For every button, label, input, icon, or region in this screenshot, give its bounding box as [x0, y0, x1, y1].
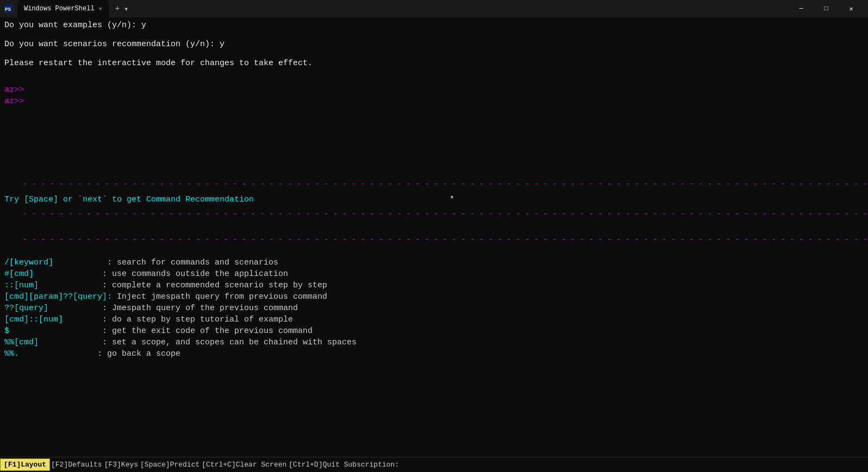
space-predict[interactable]: [Space]Predict — [140, 461, 199, 469]
status-bar: [F1]Layout [F2]Defaults [F3]Keys [Space]… — [0, 457, 868, 472]
new-tab-button[interactable]: + — [113, 4, 122, 13]
recommend-line: Try [Space] or `next` to get Command Rec… — [4, 194, 864, 205]
spacer-4 — [4, 77, 864, 84]
spacer-12 — [4, 160, 864, 168]
terminal-content[interactable]: Do you want examples (y/n): y Do you wan… — [0, 17, 868, 457]
help-line-5: ??[query] : Jmespath query of the previo… — [4, 303, 864, 314]
svg-text:PS: PS — [5, 7, 11, 12]
spacer-1 — [4, 31, 864, 39]
help-line-2: #[cmd] : use commands outside the applic… — [4, 268, 864, 280]
spacer-14 — [4, 223, 864, 231]
tab-title: Windows PowerShell — [24, 5, 95, 12]
tab-powershell[interactable]: Windows PowerShell ✕ — [17, 0, 109, 17]
spacer-3 — [4, 69, 864, 77]
help-line-9: %%. : go back a scope — [4, 348, 864, 360]
spacer-2 — [4, 50, 864, 58]
spacer-11 — [4, 153, 864, 160]
tab-dropdown-button[interactable]: ▾ — [122, 4, 130, 14]
dashes-top: - - - - - - - - - - - - - - - - - - - - … — [4, 175, 864, 194]
help-line-3: ::[num] : complete a recommended scenari… — [4, 280, 864, 291]
spacer-6 — [4, 115, 864, 122]
spacer-5 — [4, 107, 864, 115]
tab-close-button[interactable]: ✕ — [99, 5, 102, 12]
recommend-text: Try [Space] or `next` to get Command Rec… — [4, 194, 254, 205]
output-line-1: Do you want examples (y/n): y — [4, 20, 864, 31]
recommend-star: * — [449, 194, 454, 205]
close-button[interactable]: ✕ — [839, 0, 864, 17]
ctrlc-clear[interactable]: [Ctrl+C]Clear Screen — [202, 461, 286, 469]
f1-layout-button[interactable]: [F1]Layout — [0, 458, 50, 471]
app-icon: PS — [4, 4, 13, 13]
f3-keys[interactable]: [F3]Keys — [104, 461, 138, 469]
maximize-button[interactable]: □ — [814, 0, 839, 17]
spacer-9 — [4, 137, 864, 145]
help-line-4: [cmd][param]??[query]: Inject jmespath q… — [4, 291, 864, 303]
spacer-10 — [4, 145, 864, 153]
title-bar-left: PS Windows PowerShell ✕ + ▾ — [4, 0, 789, 17]
output-line-3: Please restart the interactive mode for … — [4, 58, 864, 69]
help-line-6: [cmd]::[num] : do a step by step tutoria… — [4, 314, 864, 325]
title-bar-controls: ─ □ ✕ — [789, 0, 864, 17]
tab-actions: + ▾ — [113, 4, 131, 14]
spacer-8 — [4, 130, 864, 137]
help-line-7: $ : get the exit code of the previous co… — [4, 325, 864, 337]
dashes-bottom: - - - - - - - - - - - - - - - - - - - - … — [4, 231, 864, 249]
ctrld-quit[interactable]: [Ctrl+D]Quit Subscription: — [289, 461, 399, 469]
spacer-13 — [4, 168, 864, 175]
help-line-8: %%[cmd] : set a scope, and scopes can be… — [4, 337, 864, 348]
spacer-15 — [4, 249, 864, 257]
output-line-2: Do you want scenarios recommendation (y/… — [4, 39, 864, 50]
minimize-button[interactable]: ─ — [789, 0, 814, 17]
title-bar: PS Windows PowerShell ✕ + ▾ ─ □ ✕ — [0, 0, 868, 17]
f2-defaults[interactable]: [F2]Defaults — [51, 461, 102, 469]
help-line-1: /[keyword] : search for commands and sce… — [4, 257, 864, 268]
dashes-middle: - - - - - - - - - - - - - - - - - - - - … — [4, 205, 864, 224]
spacer-7 — [4, 122, 864, 130]
prompt-2: az>> — [4, 96, 864, 107]
prompt-1: az>> — [4, 84, 864, 96]
